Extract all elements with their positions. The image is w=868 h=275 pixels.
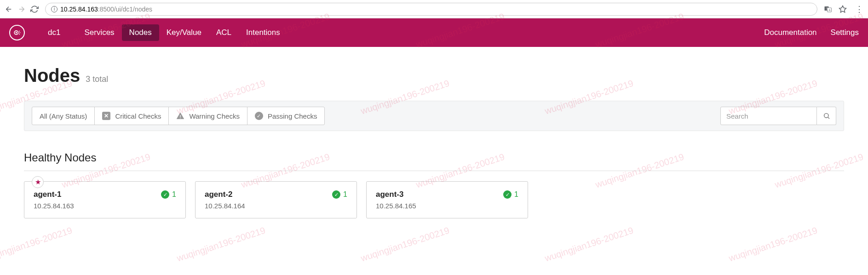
back-button[interactable] xyxy=(5,5,13,13)
filter-all-label: All (Any Status) xyxy=(40,112,87,120)
passing-count: 1 xyxy=(172,190,176,199)
warning-icon xyxy=(176,112,184,120)
node-passing-checks: ✓ 1 xyxy=(332,190,347,199)
browser-toolbar: i 10.25.84.163:8500/ui/dc1/nodes 文A ⋮ xyxy=(0,0,868,18)
check-icon: ✓ xyxy=(503,190,512,199)
page-content: Nodes 3 total All (Any Status) ✕ Critica… xyxy=(0,47,868,237)
filter-critical-label: Critical Checks xyxy=(115,112,161,120)
svg-marker-4 xyxy=(839,6,846,12)
url-bar[interactable]: i 10.25.84.163:8500/ui/dc1/nodes xyxy=(45,3,817,16)
svg-text:文: 文 xyxy=(826,6,829,10)
filter-warning-label: Warning Checks xyxy=(189,112,239,120)
page-title: Nodes xyxy=(24,65,80,86)
filter-passing[interactable]: ✓ Passing Checks xyxy=(247,107,325,125)
svg-point-12 xyxy=(824,114,828,118)
svg-point-6 xyxy=(16,32,17,33)
node-passing-checks: ✓ 1 xyxy=(161,190,176,199)
filter-critical[interactable]: ✕ Critical Checks xyxy=(94,107,169,125)
check-icon: ✓ xyxy=(332,190,340,199)
node-ip: 10.25.84.163 xyxy=(34,202,176,210)
node-cards: ★ agent-1 ✓ 1 10.25.84.163 agent-2 ✓ 1 1… xyxy=(24,181,844,218)
url-host: 10.25.84.163 xyxy=(60,6,98,13)
node-ip: 10.25.84.164 xyxy=(205,202,347,210)
nav-documentation[interactable]: Documentation xyxy=(764,28,816,37)
star-icon[interactable] xyxy=(839,5,847,13)
leader-star-icon: ★ xyxy=(32,176,44,188)
passing-count: 1 xyxy=(514,190,518,199)
menu-icon[interactable]: ⋮ xyxy=(855,4,863,14)
nav-acl[interactable]: ACL xyxy=(209,24,239,41)
nav-items: dc1 Services Nodes Key/Value ACL Intenti… xyxy=(40,24,764,41)
page-header: Nodes 3 total xyxy=(24,65,844,86)
url-path: :8500/ui/dc1/nodes xyxy=(98,6,152,13)
svg-rect-10 xyxy=(180,115,181,117)
node-name: agent-2 xyxy=(205,190,232,199)
svg-point-8 xyxy=(19,32,20,33)
filter-tabs: All (Any Status) ✕ Critical Checks Warni… xyxy=(32,107,325,125)
translate-icon[interactable]: 文A xyxy=(824,5,832,13)
info-icon: i xyxy=(51,6,57,12)
page-subtitle: 3 total xyxy=(86,74,108,84)
node-card[interactable]: ★ agent-1 ✓ 1 10.25.84.163 xyxy=(24,181,186,218)
datacenter-selector[interactable]: dc1 xyxy=(40,24,68,41)
svg-point-9 xyxy=(19,34,20,34)
critical-icon: ✕ xyxy=(102,112,110,120)
filter-warning[interactable]: Warning Checks xyxy=(168,107,247,125)
nav-settings[interactable]: Settings xyxy=(831,28,859,37)
svg-point-7 xyxy=(19,31,20,32)
passing-count: 1 xyxy=(343,190,347,199)
node-passing-checks: ✓ 1 xyxy=(503,190,518,199)
consul-logo[interactable] xyxy=(9,25,25,40)
svg-text:A: A xyxy=(829,8,831,11)
nav-services[interactable]: Services xyxy=(77,24,121,41)
forward-button[interactable] xyxy=(17,5,26,13)
svg-rect-11 xyxy=(180,118,181,119)
node-name: agent-1 xyxy=(34,190,61,199)
filter-all[interactable]: All (Any Status) xyxy=(32,107,95,125)
reload-button[interactable] xyxy=(30,5,39,13)
nav-nodes[interactable]: Nodes xyxy=(122,24,159,41)
search-box xyxy=(720,107,836,125)
nav-intentions[interactable]: Intentions xyxy=(239,24,287,41)
section-title: Healthy Nodes xyxy=(24,151,844,164)
browser-right-controls: 文A xyxy=(824,5,847,13)
node-card[interactable]: agent-2 ✓ 1 10.25.84.164 xyxy=(195,181,357,218)
nav-right: Documentation Settings xyxy=(764,28,859,37)
search-button[interactable] xyxy=(817,107,836,125)
nav-keyvalue[interactable]: Key/Value xyxy=(159,24,209,41)
passing-icon: ✓ xyxy=(255,112,263,120)
browser-nav-buttons xyxy=(5,5,39,13)
app-nav: dc1 Services Nodes Key/Value ACL Intenti… xyxy=(0,18,868,47)
node-name: agent-3 xyxy=(376,190,403,199)
filter-passing-label: Passing Checks xyxy=(268,112,317,120)
filter-bar: All (Any Status) ✕ Critical Checks Warni… xyxy=(24,101,844,131)
section-divider xyxy=(24,171,844,171)
check-icon: ✓ xyxy=(161,190,169,199)
search-input[interactable] xyxy=(720,107,817,125)
node-ip: 10.25.84.165 xyxy=(376,202,518,210)
node-card[interactable]: agent-3 ✓ 1 10.25.84.165 xyxy=(366,181,528,218)
